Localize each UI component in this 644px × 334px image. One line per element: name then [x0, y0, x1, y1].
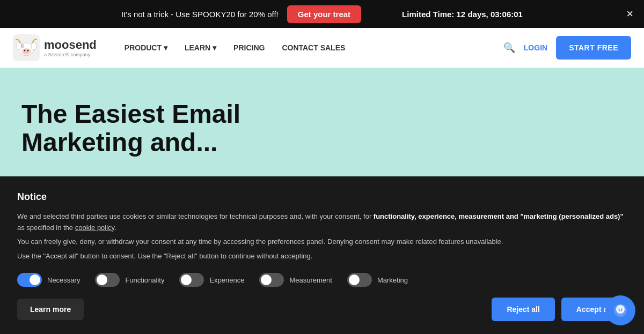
cookie-buttons-row: Learn more Reject all Accept all — [17, 298, 627, 321]
toggle-item-necessary: Necessary — [17, 273, 80, 287]
toggle-item-functionality: Functionality — [95, 273, 164, 287]
start-free-button[interactable]: START FREE — [556, 36, 631, 60]
nav-actions: 🔍 LOGIN START FREE — [503, 36, 631, 60]
logo-name: moosend — [44, 38, 97, 52]
nav-links: PRODUCT ▾ LEARN ▾ PRICING CONTACT SALES — [118, 39, 503, 56]
toggle-item-marketing: Marketing — [347, 273, 408, 287]
svg-point-12 — [618, 308, 619, 309]
nav-pricing[interactable]: PRICING — [227, 39, 271, 56]
treat-button[interactable]: Get your treat — [287, 5, 361, 23]
timer-section: Limited Time: 12 days, 03:06:01 — [402, 10, 523, 19]
announcement-close-button[interactable]: × — [626, 8, 633, 20]
toggle-label-necessary: Necessary — [47, 276, 80, 284]
svg-point-7 — [16, 42, 21, 50]
svg-point-13 — [621, 308, 622, 309]
toggle-label-functionality: Functionality — [125, 276, 164, 284]
toggle-measurement[interactable] — [259, 273, 284, 287]
toggle-item-measurement: Measurement — [259, 273, 332, 287]
nav-product[interactable]: PRODUCT ▾ — [118, 39, 174, 56]
toggle-marketing[interactable] — [347, 273, 372, 287]
navbar: moosend a Sitecore® company PRODUCT ▾ LE… — [0, 28, 644, 68]
login-button[interactable]: LOGIN — [524, 43, 547, 52]
nav-contact-sales[interactable]: CONTACT SALES — [275, 39, 352, 56]
toggles-row: Necessary Functionality Experience Measu… — [17, 273, 627, 287]
cookie-notice-title: Notice — [17, 191, 627, 203]
svg-point-4 — [27, 50, 29, 51]
cookie-policy-link[interactable]: cookie policy — [75, 224, 114, 232]
logo[interactable]: moosend a Sitecore® company — [13, 34, 97, 61]
announcement-text: It's not a trick - Use SPOOKY20 for 20% … — [121, 10, 279, 19]
learn-more-button[interactable]: Learn more — [17, 299, 84, 320]
svg-point-5 — [25, 51, 26, 53]
search-icon[interactable]: 🔍 — [503, 42, 515, 54]
toggle-experience[interactable] — [179, 273, 204, 287]
toggle-necessary[interactable] — [17, 273, 42, 287]
announcement-bar: It's not a trick - Use SPOOKY20 for 20% … — [0, 0, 644, 28]
svg-point-6 — [27, 51, 28, 53]
logo-icon — [13, 34, 40, 61]
toggle-label-marketing: Marketing — [377, 276, 408, 284]
toggle-knob-measurement — [261, 274, 272, 285]
chat-icon — [613, 303, 628, 318]
svg-point-2 — [21, 48, 31, 55]
logo-sub: a Sitecore® company — [44, 52, 97, 57]
reject-all-button[interactable]: Reject all — [492, 298, 554, 321]
toggle-label-measurement: Measurement — [289, 276, 332, 284]
logo-text: moosend a Sitecore® company — [44, 38, 97, 57]
chat-bubble-button[interactable] — [605, 295, 635, 325]
cookie-notice-body1: We and selected third parties use cookie… — [17, 211, 627, 234]
toggle-knob-marketing — [349, 274, 360, 285]
toggle-knob-necessary — [30, 274, 40, 285]
svg-point-8 — [31, 42, 36, 50]
cookie-notice: Notice We and selected third parties use… — [0, 176, 644, 334]
svg-point-3 — [24, 50, 26, 51]
svg-point-9 — [21, 44, 24, 48]
nav-learn[interactable]: LEARN ▾ — [178, 39, 223, 56]
cookie-notice-body3: Use the "Accept all" button to consent. … — [17, 251, 627, 262]
toggle-label-experience: Experience — [209, 276, 244, 284]
hero-title: The Easiest Email Marketing and... — [21, 100, 290, 157]
toggle-knob-functionality — [97, 274, 107, 285]
toggle-item-experience: Experience — [179, 273, 244, 287]
svg-point-11 — [616, 305, 625, 314]
toggle-knob-experience — [181, 274, 192, 285]
cookie-notice-body2: You can freely give, deny, or withdraw y… — [17, 236, 627, 248]
toggle-functionality[interactable] — [95, 273, 120, 287]
